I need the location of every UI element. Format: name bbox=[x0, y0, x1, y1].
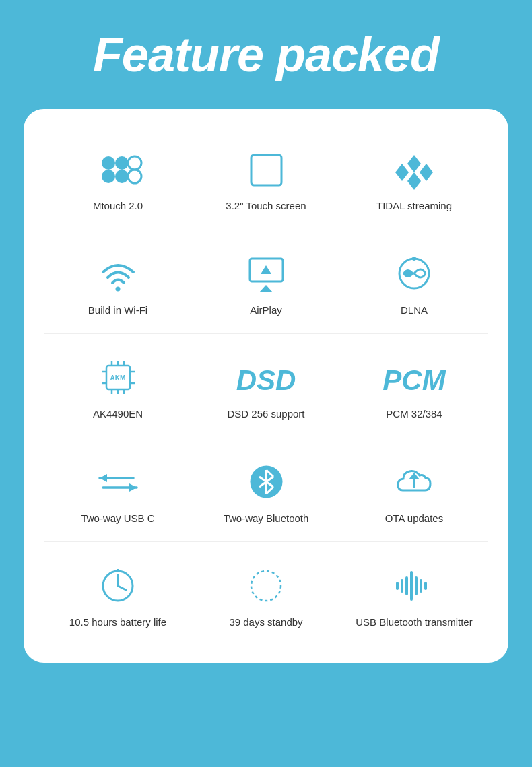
usbc-icon bbox=[94, 462, 141, 502]
feature-item-ak4490en: AKM AK4490EN bbox=[44, 344, 192, 428]
feature-grid: Mtouch 2.0 3.2" Touch screen bbox=[44, 136, 488, 636]
feature-item-tidal: TIDAL streaming bbox=[340, 136, 488, 220]
mtouch-icon bbox=[94, 149, 141, 190]
svg-text:DSD: DSD bbox=[236, 364, 296, 396]
row-separator-2 bbox=[44, 333, 488, 334]
dlna-icon bbox=[391, 254, 438, 294]
feature-item-mtouch: Mtouch 2.0 bbox=[44, 136, 192, 220]
svg-point-11 bbox=[115, 287, 120, 292]
svg-marker-14 bbox=[261, 265, 271, 274]
svg-point-47 bbox=[251, 571, 281, 601]
feature-item-usb-bt: USB Bluetooth transmitter bbox=[340, 552, 488, 636]
ak4490en-icon: AKM bbox=[94, 358, 141, 398]
svg-point-0 bbox=[102, 156, 115, 170]
svg-point-5 bbox=[128, 170, 141, 183]
svg-marker-8 bbox=[395, 164, 409, 181]
svg-marker-7 bbox=[407, 155, 421, 172]
bluetooth-icon bbox=[242, 462, 290, 502]
svg-marker-13 bbox=[259, 285, 273, 292]
svg-text:AKM: AKM bbox=[110, 374, 125, 382]
mtouch-label: Mtouch 2.0 bbox=[93, 199, 143, 213]
svg-marker-34 bbox=[129, 483, 137, 492]
svg-rect-6 bbox=[251, 155, 281, 185]
touchscreen-label: 3.2" Touch screen bbox=[226, 199, 306, 213]
standby-label: 39 days standby bbox=[229, 615, 302, 629]
ak4490en-label: AK4490EN bbox=[93, 407, 143, 421]
feature-item-usbc: Two-way USB C bbox=[44, 448, 192, 532]
tidal-label: TIDAL streaming bbox=[376, 199, 452, 213]
svg-marker-9 bbox=[420, 164, 433, 181]
ota-icon bbox=[391, 462, 438, 502]
feature-item-dsd: DSD DSD 256 support bbox=[192, 344, 340, 428]
feature-item-wifi: Build in Wi-Fi bbox=[44, 240, 192, 324]
svg-text:PCM: PCM bbox=[383, 364, 446, 396]
svg-point-1 bbox=[115, 156, 129, 170]
svg-line-45 bbox=[118, 586, 126, 590]
feature-item-touchscreen: 3.2" Touch screen bbox=[192, 136, 340, 220]
battery-label: 10.5 hours battery life bbox=[69, 615, 166, 629]
feature-item-battery: 10.5 hours battery life bbox=[44, 552, 192, 636]
feature-item-dlna: DLNA bbox=[340, 240, 488, 324]
svg-point-16 bbox=[412, 257, 416, 261]
feature-item-ota: OTA updates bbox=[340, 448, 488, 532]
feature-item-bluetooth: Two-way Bluetooth bbox=[192, 448, 340, 532]
touchscreen-icon bbox=[242, 149, 290, 190]
ota-label: OTA updates bbox=[385, 512, 443, 525]
svg-point-3 bbox=[115, 170, 129, 183]
wifi-label: Build in Wi-Fi bbox=[88, 304, 147, 317]
wifi-icon bbox=[94, 254, 141, 294]
usbc-label: Two-way USB C bbox=[81, 512, 154, 525]
feature-item-airplay: AirPlay bbox=[192, 240, 340, 324]
row-separator-1 bbox=[44, 230, 488, 230]
row-separator-4 bbox=[44, 541, 488, 542]
svg-marker-10 bbox=[407, 172, 421, 190]
dsd-label: DSD 256 support bbox=[227, 407, 304, 421]
tidal-icon bbox=[391, 149, 438, 190]
pcm-icon: PCM bbox=[391, 358, 438, 398]
dlna-label: DLNA bbox=[401, 304, 428, 317]
usb-bt-label: USB Bluetooth transmitter bbox=[356, 615, 472, 629]
svg-point-4 bbox=[128, 156, 141, 170]
feature-item-pcm: PCM PCM 32/384 bbox=[340, 344, 488, 428]
bluetooth-label: Two-way Bluetooth bbox=[224, 512, 309, 525]
pcm-label: PCM 32/384 bbox=[386, 407, 442, 421]
dsd-icon: DSD bbox=[242, 358, 290, 398]
usb-bt-icon bbox=[391, 566, 438, 606]
svg-marker-32 bbox=[100, 474, 107, 482]
airplay-icon bbox=[242, 254, 290, 294]
row-separator-3 bbox=[44, 438, 488, 438]
feature-card: Mtouch 2.0 3.2" Touch screen bbox=[24, 109, 508, 663]
page-title: Feature packed bbox=[93, 27, 439, 82]
svg-point-2 bbox=[102, 170, 115, 183]
standby-icon bbox=[242, 566, 290, 606]
airplay-label: AirPlay bbox=[250, 304, 282, 317]
battery-icon bbox=[94, 566, 141, 606]
feature-item-standby: 39 days standby bbox=[192, 552, 340, 636]
